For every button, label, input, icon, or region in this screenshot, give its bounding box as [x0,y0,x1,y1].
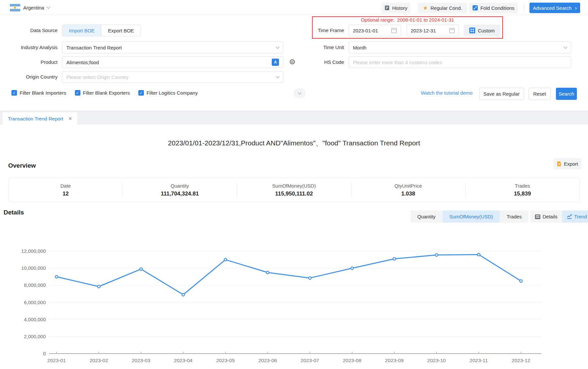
industry-analysis-label: Industry Analysis [0,42,58,53]
advanced-search-label: Advanced Search [533,5,571,11]
checkbox-checked-icon[interactable]: ✓ [75,90,80,96]
result-tab-bar: Transaction Trend Report × [0,111,588,124]
stat-value: 15,839 [514,191,531,197]
metric-tab-quantity[interactable]: Quantity [410,211,442,223]
chevron-down-icon [563,45,567,48]
start-date-input[interactable]: 2023-01-01 [349,25,401,36]
reset-button[interactable]: Reset [528,88,551,100]
checkbox-label: Filter Logitics Company [147,90,198,96]
view-tab-trend-label: Trend [574,214,587,219]
topbar-divider [524,4,524,11]
advanced-search-button[interactable]: Advanced Search › [529,3,580,13]
country-name: Argentina [23,5,44,10]
svg-text:10,000,000: 10,000,000 [21,265,46,271]
svg-text:2023-04: 2023-04 [174,358,193,363]
save-as-regular-button[interactable]: Save as Regular [479,88,524,100]
time-unit-select[interactable]: Month [349,42,571,53]
search-button[interactable]: Search [556,88,577,100]
export-button[interactable]: Export [553,158,581,169]
svg-text:2023-01: 2023-01 [47,358,66,363]
svg-text:2023-10: 2023-10 [427,358,446,363]
origin-country-select[interactable]: Please select Origin Country [62,71,283,83]
hs-code-input[interactable]: Please enter more than 4 customs codes [349,56,571,68]
tab-transaction-trend-report[interactable]: Transaction Trend Report × [3,112,77,125]
view-tab-details-label: Details [543,214,558,219]
svg-text:6,000,000: 6,000,000 [24,300,46,305]
details-heading: Details [4,209,24,216]
import-boe-tab[interactable]: Import BOE [62,25,101,36]
history-button[interactable]: History [382,3,410,13]
chevron-down-icon [276,74,279,78]
end-date-input[interactable]: 2023-12-31 [406,25,459,36]
start-date-value: 2023-01-01 [353,28,378,33]
svg-text:12,000,000: 12,000,000 [21,248,46,254]
argentina-flag-icon [10,4,20,11]
translate-icon[interactable]: A [272,59,279,66]
calendar-icon [449,28,455,33]
overview-heading: Overview [8,162,36,169]
industry-analysis-select[interactable]: Transaction Trend Report [62,42,283,53]
stat-date: Date 12 [9,178,123,202]
fold-conditions-label: Fold Conditions [480,5,514,11]
checkbox-label: Filter Blank Exporters [83,90,130,96]
stat-value: 115,950,111.02 [275,191,313,197]
checkbox-checked-icon[interactable]: ✓ [138,90,144,96]
search-form: Data Source Import BOE Export BOE Indust… [0,15,588,111]
filter-checkbox-row: ✓ Filter Blank Importers ✓ Filter Blank … [11,90,198,96]
view-tab-trend[interactable]: Trend [562,211,588,223]
svg-text:2,000,000: 2,000,000 [24,334,46,339]
svg-text:2023-11: 2023-11 [470,358,488,363]
filter-blank-exporters-checkbox[interactable]: ✓ Filter Blank Exporters [75,90,130,96]
svg-text:2023-02: 2023-02 [90,358,108,363]
custom-grid-icon [469,28,475,33]
svg-text:2023-03: 2023-03 [132,358,150,363]
history-icon [385,5,389,10]
close-icon[interactable]: × [69,116,72,121]
tutorial-demo-link[interactable]: Watch the tutorial demo [421,90,473,96]
stat-label: Date [61,183,71,189]
filter-blank-importers-checkbox[interactable]: ✓ Filter Blank Importers [11,90,66,96]
export-label: Export [564,161,578,167]
custom-label: Custom [478,28,495,33]
star-icon: ★ [423,5,428,11]
time-unit-label: Time Unit [294,42,344,53]
chevron-down-icon [276,45,279,48]
svg-text:8,000,000: 8,000,000 [24,282,46,288]
top-bar: Argentina History ★ Regular Cond. Fold C… [0,0,588,15]
country-selector[interactable]: Argentina [10,2,50,13]
history-label: History [392,5,407,11]
checkbox-checked-icon[interactable]: ✓ [11,90,17,96]
trade-analysis-page: Argentina History ★ Regular Cond. Fold C… [0,0,588,369]
fold-icon [473,5,478,10]
svg-text:2023-06: 2023-06 [258,358,277,363]
regular-cond-button[interactable]: ★ Regular Cond. [418,3,467,13]
tab-title: Transaction Trend Report [8,116,63,121]
stat-sum-of-money: SumOfMoney(USD) 115,950,111.02 [237,178,351,202]
stat-label: QtyUnitPrice [394,183,422,189]
hs-code-placeholder: Please enter more than 4 customs codes [353,60,442,65]
custom-range-button[interactable]: Custom [464,25,500,36]
stat-qty-unit-price: QtyUnitPrice 1.038 [351,178,465,202]
collapse-form-button[interactable] [293,88,306,98]
fold-conditions-button[interactable]: Fold Conditions [469,3,518,13]
stat-value: 1.038 [401,191,415,197]
time-unit-value: Month [353,45,367,50]
calendar-icon [391,28,397,33]
stat-value: 111,704,324.81 [161,191,199,197]
metric-tab-sum-of-money[interactable]: SumOfMoney(USD) [442,211,500,223]
trend-line-chart[interactable]: 02,000,0004,000,0006,000,0008,000,00010,… [0,226,588,369]
export-boe-tab[interactable]: Export BOE [101,25,140,36]
product-input[interactable]: Alimentos;food A [62,56,283,68]
origin-country-label: Origin Country [0,71,58,83]
hs-code-label: HS Code [294,56,344,68]
metric-tab-trades[interactable]: Trades [500,211,528,223]
export-file-icon [557,161,562,167]
filter-logitics-company-checkbox[interactable]: ✓ Filter Logitics Company [138,90,198,96]
product-value: Alimentos;food [66,60,99,65]
view-tab-details[interactable]: Details [530,211,562,223]
trend-chart-area[interactable]: 02,000,0004,000,0006,000,0008,000,00010,… [0,226,588,369]
optional-range-text: Optional range: 2008-01-01 to 2024-01-31 [312,17,503,23]
chevron-down-icon [47,5,50,9]
regular-cond-label: Regular Cond. [430,5,462,11]
checkbox-label: Filter Blank Importers [20,90,66,96]
